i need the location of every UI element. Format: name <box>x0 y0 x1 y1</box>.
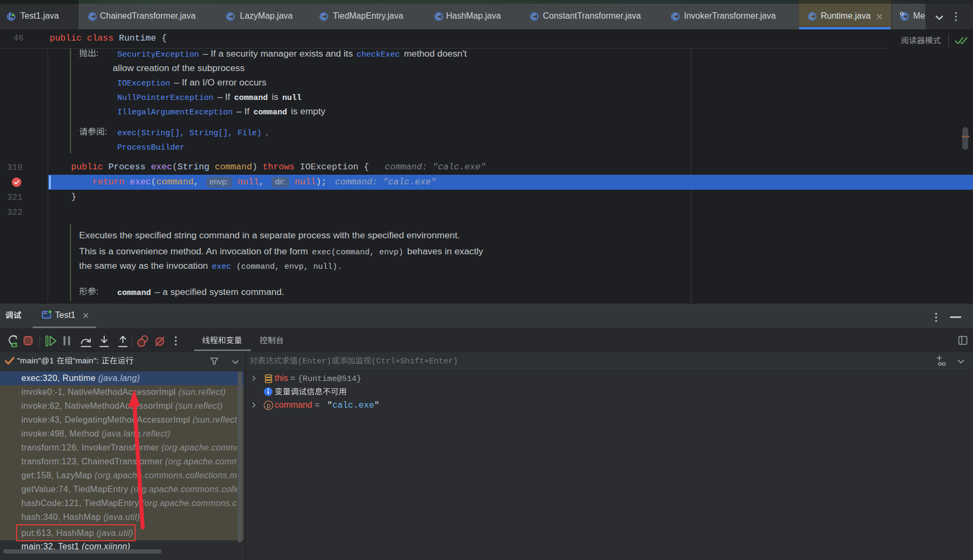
svg-text:p: p <box>267 402 270 409</box>
